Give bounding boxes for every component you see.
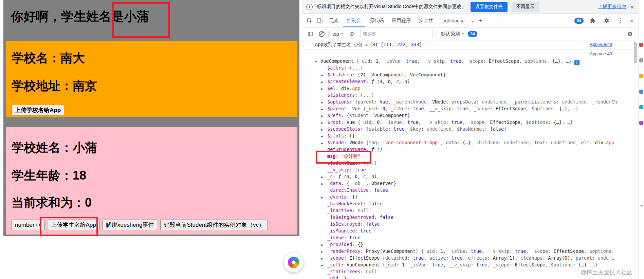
settings-gear-icon[interactable] <box>602 16 611 25</box>
console-property-row: _hasHookEvent: false <box>302 200 638 207</box>
set-root-folder-button[interactable]: 设置根文件夹 <box>471 2 508 12</box>
extension-icon-orange[interactable] <box>639 74 643 78</box>
upload-school-name-button[interactable]: 上传学校名给App <box>12 105 64 115</box>
clear-console-icon[interactable] <box>319 31 325 37</box>
console-text-segment: .App <box>349 86 361 91</box>
console-text-segment: _isBeingDestroyed: <box>327 215 380 220</box>
console-text-segment: _isDestroyed: <box>327 221 366 227</box>
console-text-segment: $createElement: <box>327 79 371 84</box>
console-text-segment: EffectScope <box>515 262 545 267</box>
expand-triangle-icon[interactable]: ▶ <box>321 255 327 261</box>
expand-triangle-icon[interactable]: ▶ <box>321 113 327 119</box>
console-text-segment[interactable]: (...) <box>349 65 363 71</box>
console-text-segment: ƒ (a, b, c, d) <box>338 174 377 179</box>
expand-triangle-icon[interactable]: ▶ <box>321 99 327 105</box>
console-text-segment: true <box>413 106 424 111</box>
console-scrollbar[interactable] <box>634 42 637 276</box>
expand-triangle-icon[interactable]: ▶ <box>321 242 327 248</box>
console-filter-input[interactable] <box>360 30 433 38</box>
collapse-triangle-icon[interactable]: ▼ <box>315 59 320 65</box>
scrollbar-thumb[interactable] <box>634 42 637 63</box>
source-link[interactable]: App.vue:49 <box>590 51 612 57</box>
annotation-box-upload-student-button <box>40 217 98 236</box>
expand-triangle-icon[interactable]: ▶ <box>321 86 327 92</box>
console-text-segment: ƒ () <box>371 147 383 152</box>
console-text-segment: , data: <box>440 140 462 145</box>
extension-icon-gray[interactable] <box>639 58 643 62</box>
extension-icon-purple[interactable] <box>639 121 643 125</box>
console-text-segment: , _isVue: <box>405 262 432 267</box>
tab-元素[interactable]: 元素 <box>325 14 343 27</box>
tab-控制台[interactable]: 控制台 <box>343 14 365 27</box>
log-level-dropdown[interactable]: 默认级别 ▼ <box>441 31 464 37</box>
floating-extension-button[interactable] <box>284 253 303 272</box>
extension-icon-teal[interactable] <box>639 105 643 109</box>
tab-Lighthouse[interactable]: Lighthouse <box>437 15 469 27</box>
close-devtools-icon[interactable]: × <box>630 18 633 24</box>
console-text-segment: _hasHookEvent: <box>327 201 369 206</box>
tab-源代码[interactable]: 源代码 <box>365 14 388 27</box>
console-text-segment: Observer <box>371 181 393 186</box>
expand-triangle-icon[interactable]: ▶ <box>321 181 327 187</box>
student-button-2[interactable]: 解绑xuesheng事件 <box>103 220 158 230</box>
more-tools-plus-icon[interactable]: + <box>477 17 485 24</box>
close-infobar-icon[interactable]: × <box>630 4 634 10</box>
expand-triangle-icon[interactable]: ▶ <box>321 174 327 180</box>
expand-triangle-icon[interactable]: ▶ <box>321 133 327 139</box>
tab-安全性[interactable]: 安全性 <box>415 14 437 27</box>
student-button-3[interactable]: 销毁当前Student组件的实例对象（vc） <box>160 220 268 230</box>
more-tabs-chevron-icon[interactable]: » <box>470 18 476 24</box>
console-property-row: ▶_provided: {} <box>302 241 638 248</box>
console-text-segment: $vnode: <box>327 140 349 145</box>
console-text-segment: {_uid: <box>357 119 377 125</box>
expand-triangle-icon[interactable]: ▶ <box>321 119 327 126</box>
expand-triangle-icon[interactable]: ▶ <box>321 106 327 112</box>
console-text-segment[interactable]: (...) <box>361 92 374 98</box>
console-text-segment: , _scope: <box>468 106 496 111</box>
console-sidebar-icon[interactable] <box>306 29 315 39</box>
console-text-segment: $el: <box>327 86 341 91</box>
source-link[interactable]: App.vue:48 <box>590 41 612 48</box>
expand-triangle-icon[interactable]: ▶ <box>321 79 327 85</box>
console-object-root[interactable]: ▼VueComponent {_uid: 1, _isVue: true, __… <box>302 58 638 64</box>
expand-triangle-icon[interactable]: ▶ <box>321 194 327 200</box>
toolbar-separator <box>437 31 437 37</box>
toolbar-separator <box>328 31 329 37</box>
watermark: @稀土掘金技术社区 <box>581 268 632 276</box>
console-settings-gear-icon[interactable] <box>625 29 635 39</box>
extensions-puzzle-icon[interactable] <box>588 16 597 25</box>
expand-triangle-icon[interactable]: ▶ <box>321 126 327 132</box>
console-text-segment: $listeners: <box>327 92 361 98</box>
console-messages-count-badge[interactable]: 34 <box>468 31 477 37</box>
console-text-segment: $slots: <box>327 133 349 138</box>
console-text-segment: {_uid: <box>356 58 376 64</box>
console-text-segment: , __v_skip: <box>418 119 452 125</box>
extension-icon-blue[interactable] <box>639 90 643 94</box>
inspect-element-icon[interactable] <box>305 16 314 25</box>
context-selector-dropdown[interactable]: top ▼ <box>332 31 343 37</box>
expand-triangle-icon[interactable]: ▶ <box>321 262 327 268</box>
strip-plus-icon[interactable]: + <box>639 203 644 208</box>
console-text-segment: {student: <box>347 113 374 118</box>
student-age-text: 学生年龄：18 <box>12 167 86 184</box>
console-text-segment: , $key: <box>405 126 427 132</box>
console-text-segment: 1 <box>402 262 404 267</box>
live-expression-eye-icon[interactable] <box>347 29 356 39</box>
kebab-menu-icon[interactable] <box>616 16 625 25</box>
issues-count-badge[interactable]: 34 <box>574 18 584 24</box>
expand-triangle-icon[interactable]: ▶ <box>321 140 327 146</box>
console-text-segment: {_uid: <box>383 262 402 267</box>
device-toolbar-icon[interactable] <box>315 16 325 25</box>
console-text-segment: _c: <box>327 174 338 179</box>
learn-more-link[interactable]: 了解更多信息 <box>598 4 626 10</box>
screenshot-root: 你好啊，学生姓名是小蒲 学校名：南大 学校地址：南京 上传学校名给App 学校姓… <box>0 0 644 279</box>
value-evaluated-info-icon[interactable]: i <box>574 60 579 65</box>
expand-triangle-icon[interactable]: ▶ <box>321 248 327 255</box>
student-button-0[interactable]: number++ <box>12 220 45 230</box>
extension-icon-red[interactable] <box>639 43 643 47</box>
expand-triangle-icon[interactable]: ▶ <box>321 72 327 78</box>
console-text-segment: {$stable: <box>366 126 393 132</box>
dismiss-button[interactable]: 不再显示 <box>512 2 539 12</box>
tab-应用程序[interactable]: 应用程序 <box>388 14 415 27</box>
chevron-down-icon: ▼ <box>461 33 464 36</box>
